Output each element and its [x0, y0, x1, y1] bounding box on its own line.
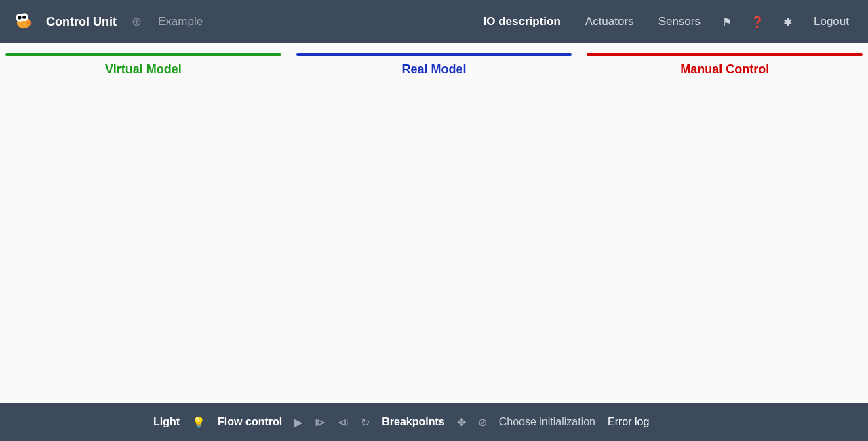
manual-control-panel: y+ y- x- x+: [587, 53, 863, 56]
light-label: Light: [153, 416, 180, 428]
real-model-panel[interactable]: [296, 53, 572, 56]
error-log-link[interactable]: Error log: [608, 416, 649, 428]
manual-control-label: Manual Control: [587, 62, 863, 77]
flow-control-label: Flow control: [218, 416, 282, 428]
nav-logout[interactable]: Logout: [807, 15, 856, 28]
choose-init-link[interactable]: Choose initialization: [499, 416, 595, 428]
bottom-toolbar: Light 💡 Flow control ▶ ⧐ ⧏ ↻ Breakpoints…: [0, 403, 868, 441]
lightbulb-icon[interactable]: 💡: [192, 416, 205, 429]
breakpoint-move-icon[interactable]: ✥: [457, 416, 466, 429]
nav-sensors[interactable]: Sensors: [652, 15, 707, 28]
settings-icon[interactable]: ✱: [779, 16, 796, 28]
breakpoint-clear-icon[interactable]: ⊘: [478, 416, 487, 429]
virtual-model-label: Virtual Model: [5, 62, 281, 77]
play-icon[interactable]: ▶: [294, 416, 302, 429]
panels-row: Virtual Model Real Model y+: [0, 43, 868, 82]
step-over-icon[interactable]: ⧐: [315, 416, 326, 429]
app-title: Control Unit: [46, 15, 117, 29]
virtual-model-panel[interactable]: [5, 53, 281, 56]
flag-icon[interactable]: ⚑: [718, 16, 736, 28]
example-link[interactable]: Example: [158, 15, 203, 28]
step-into-icon[interactable]: ⧏: [338, 416, 349, 429]
help-icon[interactable]: ❓: [747, 16, 768, 28]
breakpoints-label: Breakpoints: [382, 416, 444, 428]
nav-actuators[interactable]: Actuators: [578, 15, 641, 28]
nav-io-description[interactable]: IO description: [477, 15, 568, 28]
add-icon[interactable]: ⊕: [132, 14, 142, 29]
app-logo-icon: [12, 10, 35, 33]
top-navbar: Control Unit ⊕ Example IO description Ac…: [0, 0, 868, 43]
real-model-label: Real Model: [296, 62, 572, 77]
restart-icon[interactable]: ↻: [361, 416, 370, 429]
